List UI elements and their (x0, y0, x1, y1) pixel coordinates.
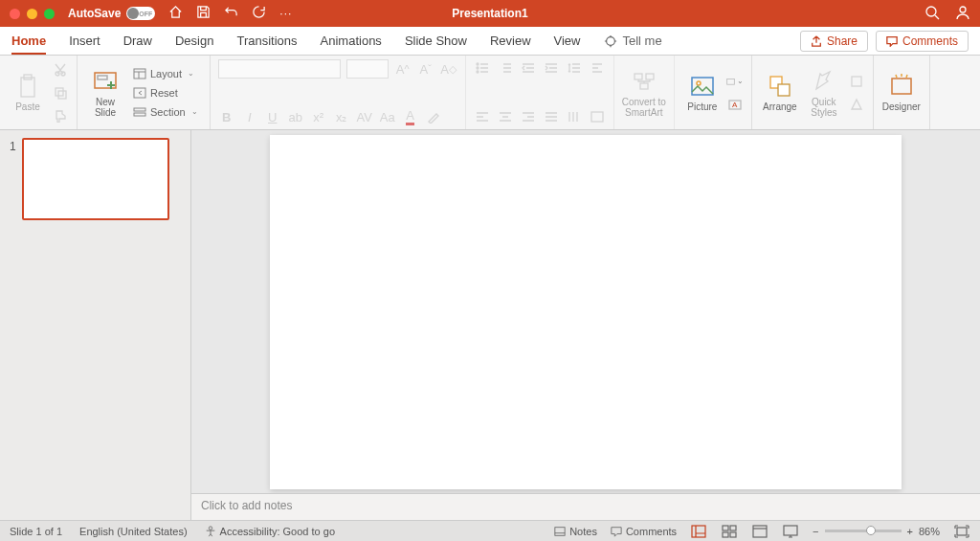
convert-smartart-button[interactable]: Convert to SmartArt (622, 68, 666, 118)
line-spacing-icon[interactable] (566, 59, 583, 77)
align-center-icon[interactable] (497, 108, 514, 125)
picture-format-icon[interactable]: ⌄ (726, 73, 744, 90)
svg-rect-18 (591, 112, 603, 122)
outdent-icon[interactable] (520, 59, 537, 77)
search-icon[interactable] (924, 5, 940, 23)
slide-indicator[interactable]: Slide 1 of 1 (10, 526, 62, 537)
paste-button[interactable]: Paste (8, 73, 48, 112)
language-indicator[interactable]: English (United States) (79, 526, 188, 537)
columns-icon[interactable] (566, 108, 583, 125)
smartart-group: Convert to SmartArt (614, 56, 675, 129)
notes-toggle[interactable]: Notes (554, 526, 597, 537)
tab-view[interactable]: View (554, 28, 581, 54)
home-icon[interactable] (168, 5, 183, 22)
layout-button[interactable]: Layout⌄ (129, 65, 202, 82)
indent-icon[interactable] (543, 59, 560, 77)
minimize-icon[interactable] (27, 9, 37, 19)
svg-point-17 (477, 71, 479, 73)
shrink-font-icon[interactable]: Aˇ (417, 60, 434, 78)
save-icon[interactable] (196, 5, 211, 22)
copy-icon[interactable] (52, 84, 69, 101)
zoom-level[interactable]: 86% (919, 526, 940, 537)
slide-thumbnail[interactable] (22, 138, 169, 220)
picture-button[interactable]: Picture (682, 73, 723, 112)
autosave-label: AutoSave (68, 7, 121, 20)
font-color-icon[interactable]: A (402, 108, 419, 125)
tab-draw[interactable]: Draw (123, 28, 152, 54)
text-direction-icon[interactable] (589, 59, 606, 77)
close-icon[interactable] (10, 9, 20, 19)
tab-review[interactable]: Review (490, 28, 531, 54)
fit-view-icon[interactable] (953, 525, 970, 538)
zoom-slider[interactable] (825, 530, 902, 532)
underline-icon[interactable]: U (264, 108, 281, 125)
designer-group: Designer (874, 56, 930, 129)
maximize-icon[interactable] (44, 9, 55, 19)
char-spacing-icon[interactable]: AV (356, 108, 373, 125)
change-case-icon[interactable]: Aa (379, 108, 396, 125)
tab-animations[interactable]: Animations (321, 28, 382, 54)
redo-icon[interactable] (252, 5, 266, 22)
align-left-icon[interactable] (474, 108, 491, 125)
tab-home[interactable]: Home (11, 28, 46, 54)
cut-icon[interactable] (52, 61, 69, 79)
subscript-icon[interactable]: x₂ (333, 108, 350, 125)
svg-rect-30 (892, 79, 911, 94)
tab-transitions[interactable]: Transitions (236, 28, 297, 54)
tell-me[interactable]: Tell me (604, 34, 662, 48)
share-button[interactable]: Share (800, 31, 868, 52)
grow-font-icon[interactable]: A^ (394, 60, 412, 78)
accessibility-indicator[interactable]: Accessibility: Good to go (205, 526, 335, 537)
ribbon: Paste New Slide Layout⌄ Reset Section⌄ A… (0, 56, 980, 130)
align-text-icon[interactable] (589, 108, 606, 125)
reading-view-icon[interactable] (751, 525, 768, 538)
strike-icon[interactable]: ab (287, 108, 304, 125)
slideshow-view-icon[interactable] (782, 525, 799, 538)
font-name-input[interactable] (218, 59, 341, 79)
sorter-view-icon[interactable] (721, 525, 738, 538)
align-right-icon[interactable] (520, 108, 537, 125)
font-size-input[interactable] (346, 59, 389, 79)
reset-button[interactable]: Reset (129, 84, 202, 101)
justify-icon[interactable] (543, 108, 560, 125)
bullets-icon[interactable] (474, 59, 491, 77)
comments-button[interactable]: Comments (876, 31, 969, 52)
shape-outline-icon[interactable] (848, 96, 865, 113)
document-title: Presentation1 (452, 7, 527, 20)
clear-format-icon[interactable]: A◇ (440, 60, 457, 78)
superscript-icon[interactable]: x² (310, 108, 327, 125)
notes-pane[interactable]: Click to add notes (191, 493, 980, 520)
account-icon[interactable] (955, 5, 970, 23)
zoom-in-button[interactable]: + (907, 526, 913, 537)
slide[interactable] (270, 135, 902, 489)
section-button[interactable]: Section⌄ (129, 103, 202, 121)
tab-design[interactable]: Design (175, 28, 213, 54)
arrange-button[interactable]: Arrange (760, 73, 800, 112)
svg-rect-35 (730, 526, 736, 530)
bold-icon[interactable]: B (218, 108, 235, 125)
more-icon[interactable]: ··· (279, 7, 292, 20)
new-slide-button[interactable]: New Slide (85, 68, 125, 118)
slide-number: 1 (10, 140, 16, 512)
slide-viewport (191, 130, 980, 493)
svg-point-31 (209, 526, 212, 529)
svg-text:A: A (732, 101, 738, 109)
highlight-icon[interactable] (425, 108, 442, 125)
autosave-toggle[interactable]: AutoSave OFF (68, 7, 155, 20)
normal-view-icon[interactable] (690, 525, 707, 538)
textbox-icon[interactable]: A (726, 96, 744, 113)
zoom-out-button[interactable]: − (813, 526, 818, 537)
clipboard-group: Paste (0, 56, 78, 129)
quick-styles-button[interactable]: Quick Styles (804, 68, 844, 118)
format-painter-icon[interactable] (52, 107, 69, 124)
undo-icon[interactable] (224, 5, 238, 22)
italic-icon[interactable]: I (241, 108, 258, 125)
comments-toggle[interactable]: Comments (611, 526, 677, 537)
numbering-icon[interactable] (497, 59, 514, 77)
quick-access-toolbar: ··· (168, 5, 292, 22)
svg-rect-10 (98, 76, 107, 79)
tab-insert[interactable]: Insert (69, 28, 100, 54)
designer-button[interactable]: Designer (881, 73, 922, 112)
shape-fill-icon[interactable] (848, 73, 865, 90)
tab-slideshow[interactable]: Slide Show (405, 28, 467, 54)
